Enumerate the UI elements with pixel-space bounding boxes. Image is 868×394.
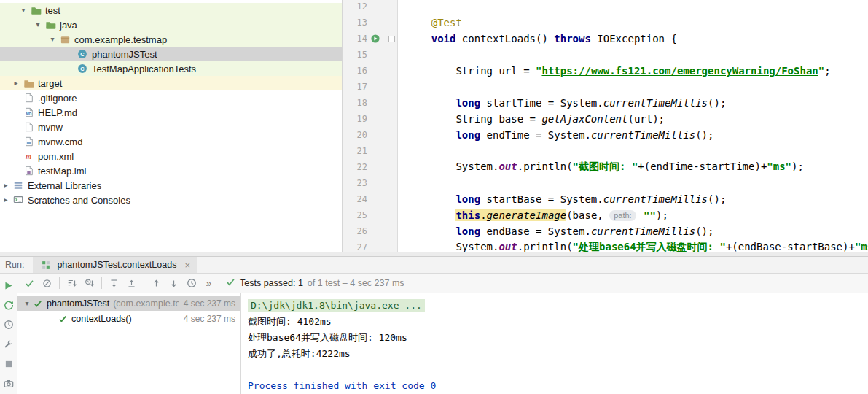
- sort-by-duration-icon[interactable]: [82, 276, 97, 291]
- next-failed-test-icon[interactable]: [166, 276, 181, 291]
- editor-line-12: 12: [343, 0, 868, 15]
- line-number: 20: [343, 130, 367, 140]
- fold-marker-icon[interactable]: [388, 36, 395, 42]
- svg-text:C: C: [80, 51, 85, 58]
- test-node-phantomjstest[interactable]: ▾phantomJSTest(com.example.tes4 sec 237 …: [17, 296, 240, 311]
- show-ignored-icon[interactable]: [39, 276, 55, 291]
- file-cmd-icon: [22, 136, 35, 147]
- test-package: (com.example.tes: [113, 298, 179, 309]
- tree-row-java[interactable]: ▾java: [0, 18, 342, 32]
- line-number: 25: [343, 210, 367, 220]
- tree-label: .gitignore: [35, 93, 77, 104]
- console-line: Process finished with exit code 0: [248, 378, 868, 394]
- ide-window: ▾test▾java▾com.example.testmapCphantomJS…: [0, 0, 868, 394]
- tree-row-com-example-testmap[interactable]: ▾com.example.testmap: [0, 32, 342, 47]
- editor-line-24: 24 long startBase = System.currentTimeMi…: [343, 191, 868, 207]
- folder-plain-icon: [22, 77, 35, 89]
- test-history-icon[interactable]: [3, 319, 15, 331]
- line-number: 24: [343, 194, 367, 204]
- collapse-all-icon[interactable]: [124, 276, 139, 291]
- tree-row-help-md[interactable]: MDHELP.md: [0, 105, 342, 120]
- tree-row-scratches-and-consoles[interactable]: ▸Scratches and Consoles: [0, 193, 342, 207]
- import-test-results-icon[interactable]: [184, 276, 199, 291]
- line-number: 21: [343, 146, 367, 156]
- code-text: System.out.println("截图时间: "+(endTime-sta…: [398, 161, 804, 174]
- tree-row-mvnw-cmd[interactable]: mvnw.cmd: [0, 134, 342, 149]
- tree-label: target: [35, 78, 62, 89]
- file-iml-icon: [22, 165, 35, 177]
- tree-label: phantomJSTest: [89, 49, 157, 60]
- chevron-down-icon[interactable]: ▾: [47, 32, 58, 47]
- run-tool-window: Run: phantomJSTest.contextLoads × » Test…: [0, 257, 868, 394]
- console-output[interactable]: D:\jdk\jdk1.8\bin\java.exe ...截图时间: 4102…: [241, 293, 868, 394]
- show-passed-icon[interactable]: [22, 276, 37, 291]
- close-tab-icon[interactable]: ×: [184, 260, 190, 271]
- line-number: 19: [343, 114, 367, 124]
- console-line: D:\jdk\jdk1.8\bin\java.exe ...: [248, 298, 868, 314]
- line-number: 15: [343, 50, 367, 60]
- folder-test-icon: [44, 19, 57, 31]
- toolbar-separator: [144, 277, 144, 289]
- test-duration: 4 sec 237 ms: [179, 298, 235, 309]
- code-editor[interactable]: 1213 @Test14 void contextLoads() throws …: [343, 0, 868, 252]
- tree-row-testmap-iml[interactable]: testMap.iml: [0, 163, 342, 178]
- rerun-failed-tests-icon[interactable]: [3, 299, 15, 311]
- package-icon: [58, 34, 71, 45]
- tree-label: java: [57, 20, 77, 31]
- chevron-down-icon[interactable]: ▾: [32, 18, 44, 32]
- test-duration: 4 sec 237 ms: [179, 314, 235, 324]
- line-number: 22: [343, 162, 367, 172]
- snapshot-camera-icon[interactable]: [3, 378, 15, 390]
- run-left-toolbar: [0, 274, 17, 394]
- tree-row-target[interactable]: ▸target: [0, 76, 342, 90]
- chevron-right-icon[interactable]: ▸: [10, 76, 22, 90]
- tree-row-testmapapplicationtests[interactable]: CTestMapApplicationTests: [0, 61, 342, 76]
- file-md-icon: MD: [22, 107, 35, 118]
- tree-label: test: [42, 5, 60, 16]
- tree-row-phantomjstest[interactable]: CphantomJSTest: [0, 47, 342, 61]
- console-line: 处理base64并写入磁盘时间: 120ms: [248, 330, 868, 346]
- chevron-down-icon[interactable]: ▾: [22, 299, 32, 307]
- tests-passed-text: Tests passed: 1: [240, 278, 303, 288]
- line-number: 16: [343, 66, 367, 76]
- editor-lines: 1213 @Test14 void contextLoads() throws …: [343, 0, 868, 252]
- test-node-contextloads[interactable]: contextLoads()4 sec 237 ms: [17, 311, 240, 326]
- test-tree: ▾phantomJSTest(com.example.tes4 sec 237 …: [17, 293, 241, 394]
- editor-line-27: 27 System.out.println("处理base64并写入磁盘时间: …: [343, 239, 868, 252]
- test-name: phantomJSTest: [47, 298, 109, 309]
- editor-line-14: 14 void contextLoads() throws IOExceptio…: [343, 31, 868, 47]
- code-text: void contextLoads() throws IOException {: [398, 33, 677, 45]
- folder-test-icon: [29, 4, 42, 16]
- tree-row-external-libraries[interactable]: ▸External Libraries: [0, 178, 342, 193]
- rerun-icon[interactable]: [3, 279, 15, 291]
- sort-alphabetically-icon[interactable]: [64, 276, 79, 291]
- run-tab-title: phantomJSTest.contextLoads: [57, 260, 176, 270]
- expand-all-icon[interactable]: [106, 276, 122, 291]
- previous-failed-test-icon[interactable]: [149, 276, 164, 291]
- tree-row-test[interactable]: ▾test: [0, 3, 342, 18]
- tree-row-pom-xml[interactable]: mpom.xml: [0, 149, 342, 163]
- chevron-right-icon[interactable]: ▸: [0, 193, 12, 207]
- run-test-gutter-icon[interactable]: [371, 34, 380, 43]
- line-number: 12: [343, 1, 367, 12]
- code-text: long endTime = System.currentTimeMillis(…: [398, 129, 713, 141]
- more-options-icon[interactable]: »: [201, 276, 216, 291]
- code-text: this.generateImage(base, path: "");: [398, 209, 668, 221]
- settings-wrench-icon[interactable]: [3, 339, 15, 350]
- tree-row-gitignore[interactable]: .gitignore: [0, 90, 342, 105]
- test-status: Tests passed: 1 of 1 test – 4 sec 237 ms: [226, 277, 404, 289]
- project-tree: ▾test▾java▾com.example.testmapCphantomJS…: [0, 0, 343, 252]
- tree-row-mvnw[interactable]: mvnw: [0, 120, 342, 134]
- code-text: System.out.println("处理base64并写入磁盘时间: "+(…: [398, 241, 868, 252]
- code-text: @Test: [398, 17, 462, 28]
- chevron-down-icon[interactable]: ▾: [17, 3, 29, 18]
- editor-line-15: 15: [343, 47, 868, 63]
- command-line-folded[interactable]: D:\jdk\jdk1.8\bin\java.exe ...: [248, 299, 425, 312]
- file-doc-icon: [22, 121, 35, 133]
- chevron-right-icon[interactable]: ▸: [0, 178, 12, 193]
- run-tab[interactable]: phantomJSTest.contextLoads ×: [33, 257, 197, 273]
- tree-label: External Libraries: [25, 180, 101, 191]
- horizontal-splitter[interactable]: [0, 252, 868, 257]
- tree-label: Scratches and Consoles: [25, 195, 130, 206]
- stop-icon[interactable]: [3, 358, 15, 370]
